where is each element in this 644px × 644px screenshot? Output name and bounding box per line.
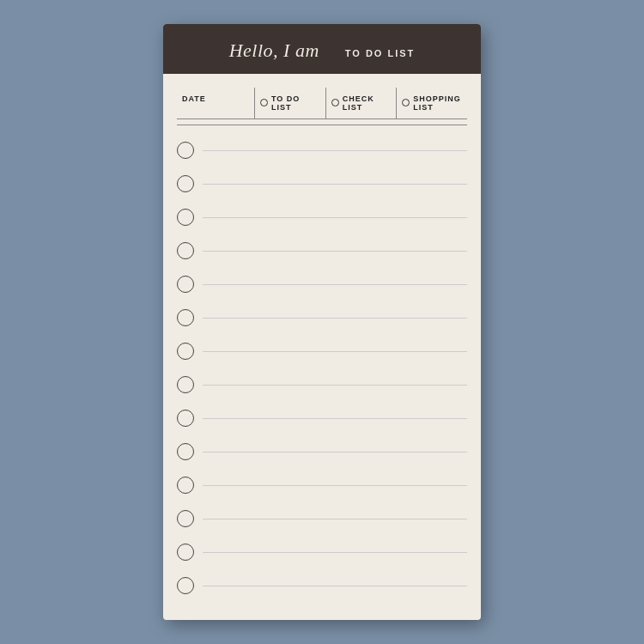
checkbox[interactable]: [177, 175, 194, 192]
checkbox[interactable]: [177, 242, 194, 259]
line: [203, 452, 467, 453]
date-cell: DATE: [177, 88, 254, 118]
list-item[interactable]: [177, 368, 467, 402]
checkbox[interactable]: [177, 577, 194, 594]
notepad-body: DATE TO DO LIST CHECK LIST SHOPPING LIST: [163, 74, 481, 621]
list-item[interactable]: [177, 402, 467, 435]
line: [203, 418, 467, 419]
list-item[interactable]: [177, 201, 467, 234]
list-item[interactable]: [177, 167, 467, 201]
notepad-header: Hello, I am TO DO LIST: [163, 24, 481, 74]
shopping-cell: SHOPPING LIST: [396, 88, 467, 118]
list-item[interactable]: [177, 134, 467, 167]
category-row: DATE TO DO LIST CHECK LIST SHOPPING LIST: [177, 88, 467, 119]
list-item[interactable]: [177, 469, 467, 502]
checkbox[interactable]: [177, 510, 194, 527]
checkbox[interactable]: [177, 376, 194, 393]
checkbox[interactable]: [177, 276, 194, 293]
line: [203, 519, 467, 519]
notepad: Hello, I am TO DO LIST DATE TO DO LIST C…: [163, 24, 481, 621]
checkbox[interactable]: [177, 343, 194, 360]
list-item[interactable]: [177, 536, 467, 569]
list-item[interactable]: [177, 234, 467, 268]
line: [203, 284, 467, 285]
line: [203, 318, 467, 319]
line: [203, 385, 467, 386]
list-item[interactable]: [177, 268, 467, 301]
todo-cell: TO DO LIST: [254, 88, 325, 118]
checklist-cell: CHECK LIST: [325, 88, 397, 118]
checklist-circle-icon: [331, 99, 339, 106]
line: [203, 150, 467, 151]
header-subtitle: TO DO LIST: [345, 48, 416, 58]
todo-circle-icon: [260, 99, 268, 106]
line: [203, 251, 467, 252]
checklist-area: [163, 125, 481, 620]
list-item[interactable]: [177, 335, 467, 368]
list-item[interactable]: [177, 435, 467, 469]
line: [203, 552, 467, 553]
list-item[interactable]: [177, 301, 467, 335]
list-item[interactable]: [177, 569, 467, 603]
header-title: Hello, I am: [229, 39, 319, 62]
line: [203, 217, 467, 218]
checkbox[interactable]: [177, 142, 194, 159]
checkbox[interactable]: [177, 443, 194, 460]
checkbox[interactable]: [177, 477, 194, 494]
line: [203, 485, 467, 486]
shopping-circle-icon: [402, 99, 410, 106]
checkbox[interactable]: [177, 544, 194, 561]
checkbox[interactable]: [177, 309, 194, 326]
checkbox[interactable]: [177, 410, 194, 427]
line: [203, 586, 467, 586]
line: [203, 184, 467, 185]
checkbox[interactable]: [177, 209, 194, 226]
line: [203, 351, 467, 352]
list-item[interactable]: [177, 502, 467, 536]
